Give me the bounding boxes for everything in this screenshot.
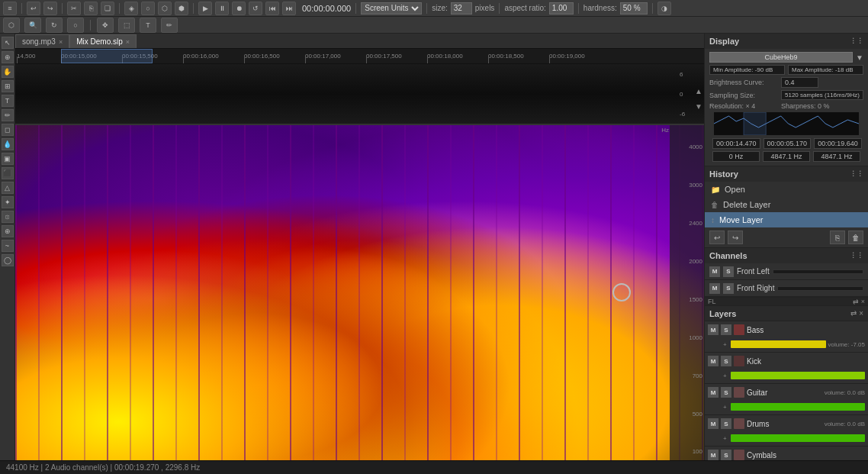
bass-solo-btn[interactable]: S [721,324,731,335]
cymbals-mute-btn[interactable]: M [708,450,719,460]
guitar-volume-bar[interactable] [731,403,865,411]
arrow-tool[interactable]: ↖ [2,37,14,49]
hardness-input[interactable] [620,2,648,15]
smudge-tool[interactable]: ~ [2,240,14,252]
history-delete-btn[interactable]: 🗑 [848,231,863,244]
tab-song[interactable]: song.mp3 × [15,34,69,48]
channels-icon[interactable]: ⋮⋮ [850,252,863,260]
layer-guitar-header[interactable]: M S Guitar volume: 0.0 dB [705,384,868,401]
fill-tool[interactable]: ⬛ [2,167,14,179]
tab-mix-close[interactable]: × [126,38,130,46]
history-icon[interactable]: ⋮⋮ [850,170,863,178]
menu-btn[interactable]: ≡ [3,2,17,15]
preset-arrow[interactable]: ▼ [856,53,863,62]
aspect-input[interactable] [549,2,574,15]
history-title: History [709,169,738,179]
rotate-btn[interactable]: ↻ [46,18,63,33]
eraser-tool[interactable]: ◻ [2,124,14,136]
gradient-tool[interactable]: ▣ [2,153,14,165]
layers-icon-filter[interactable]: ⇄ [850,309,857,318]
guitar-solo-btn[interactable]: S [721,387,731,398]
tool2-btn[interactable]: ○ [141,2,155,15]
skip-fwd-btn[interactable]: ⏭ [282,2,296,15]
ch-front-left-mute[interactable]: M [709,266,720,277]
pen-btn[interactable]: ✏ [161,18,178,33]
path-tool[interactable]: ✦ [2,196,14,208]
redo-btn[interactable]: ↪ [43,2,57,15]
zoom-tool[interactable]: ⊕ [2,51,14,63]
brightness-value[interactable]: 0.4 [781,77,818,88]
record-btn[interactable]: ⏺ [232,2,246,15]
brush-tool[interactable]: ✏ [2,109,14,121]
cut-btn[interactable]: ✂ [67,2,81,15]
kick-solo-btn[interactable]: S [721,356,731,366]
text-btn[interactable]: T [140,18,156,33]
drums-mute-btn[interactable]: M [708,418,719,429]
tab-song-close[interactable]: × [59,38,63,46]
history-redo-btn[interactable]: ↪ [728,231,743,244]
pause-btn[interactable]: ⏸ [215,2,229,15]
select-btn[interactable]: ⬚ [118,18,135,33]
waveform-area[interactable]: 6 0 -6 [15,64,704,125]
spectrogram-area[interactable]: 4000 3000 2400 2000 1500 1000 700 500 10… [15,125,704,474]
kick-mute-btn[interactable]: M [708,356,719,366]
tool3-btn[interactable]: ⬡ [158,2,172,15]
copy-btn[interactable]: ⎘ [84,2,98,15]
timeline-selection[interactable] [61,49,153,63]
cymbals-solo-btn[interactable]: S [721,450,731,460]
layer-drums-header[interactable]: M S Drums volume: 0.0 dB [705,415,868,432]
drums-expand[interactable]: + [723,435,727,442]
guitar-mute-btn[interactable]: M [708,387,719,398]
heal-tool[interactable]: ⊕ [2,225,14,237]
dodge-tool[interactable]: ◯ [2,254,14,266]
paste-btn[interactable]: ❏ [101,2,114,15]
drums-solo-btn[interactable]: S [721,418,731,429]
history-item-open[interactable]: 📁 Open [705,182,868,197]
undo-btn[interactable]: ↩ [27,2,40,15]
bass-volume-bar[interactable] [731,340,826,348]
history-item-delete[interactable]: 🗑 Delete Layer [705,197,868,212]
bass-mute-btn[interactable]: M [708,324,719,335]
tab-mix[interactable]: Mix Demo.slp × [69,34,137,48]
history-item-move[interactable]: ↕ Move Layer [705,212,868,227]
drums-volume-bar[interactable] [731,434,865,442]
size-input[interactable] [451,2,472,15]
eyedrop-tool[interactable]: 💧 [2,138,14,150]
loop-btn[interactable]: ↺ [249,2,262,15]
preset-selector[interactable]: CubeHeb9 [709,52,853,63]
clone-tool[interactable]: ⎅ [2,211,14,223]
ch-front-right-solo[interactable]: S [723,283,734,294]
fl-icon-2[interactable]: × [861,298,865,305]
circle-btn[interactable]: ○ [67,18,84,33]
layer-kick-header[interactable]: M S Kick [705,353,868,369]
history-undo-btn[interactable]: ↩ [709,231,725,244]
history-copy-btn[interactable]: ⎘ [830,231,845,244]
hand-tool[interactable]: ✋ [2,66,14,78]
play-btn[interactable]: ▶ [198,2,212,15]
tool1-btn[interactable]: ◈ [124,2,138,15]
layer-bass-header[interactable]: M S Bass [705,321,868,338]
brightness-btn[interactable]: ◑ [657,2,671,15]
3d-view-btn[interactable]: ⬡ [3,18,20,33]
text-tool[interactable]: T [2,95,14,107]
bass-expand[interactable]: + [723,341,727,348]
crop-tool[interactable]: ⊞ [2,80,14,92]
kick-expand[interactable]: + [723,372,727,379]
ch-front-right-mute[interactable]: M [709,283,720,294]
fl-icon-1[interactable]: ⇄ [853,298,859,305]
scroll-up-btn[interactable]: ▲ [695,87,702,95]
screen-units-select[interactable]: Screen Units [361,2,422,15]
ch-front-left-solo[interactable]: S [723,266,734,277]
shape-tool[interactable]: △ [2,182,14,194]
magnify-btn[interactable]: 🔍 [24,18,41,33]
layers-icon-close[interactable]: × [859,309,863,318]
display-icon-1[interactable]: ⋮⋮ [850,37,863,45]
move-btn[interactable]: ✥ [97,18,114,33]
kick-volume-bar[interactable] [731,372,865,379]
tool4-btn[interactable]: ⬢ [175,2,188,15]
timeline-ruler[interactable]: 14,500 00:00:15,000 00:00:15,500 00:00:1… [15,49,704,64]
skip-back-btn[interactable]: ⏮ [265,2,279,15]
history-delete-label: Delete Layer [723,200,770,209]
guitar-expand[interactable]: + [723,404,727,411]
scroll-down-btn[interactable]: ▼ [695,102,702,111]
